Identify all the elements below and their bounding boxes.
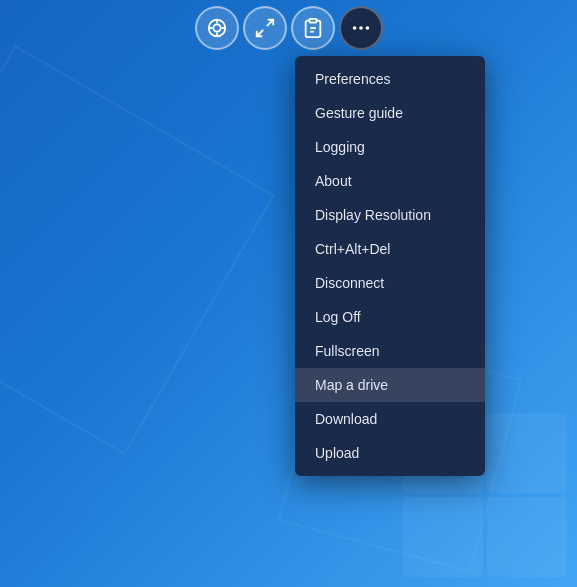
clipboard-button[interactable] (291, 6, 335, 50)
svg-rect-8 (309, 19, 316, 23)
menu-item-about[interactable]: About (295, 164, 485, 198)
menu-item-map-a-drive[interactable]: Map a drive (295, 368, 485, 402)
menu-item-fullscreen[interactable]: Fullscreen (295, 334, 485, 368)
dropdown-menu: PreferencesGesture guideLoggingAboutDisp… (295, 56, 485, 476)
menu-item-ctrl-alt-del[interactable]: Ctrl+Alt+Del (295, 232, 485, 266)
resize-icon (254, 17, 276, 39)
desktop-icon (403, 497, 483, 577)
more-icon (350, 17, 372, 39)
bg-decoration-1 (0, 45, 275, 455)
menu-item-preferences[interactable]: Preferences (295, 62, 485, 96)
toolbar (187, 0, 391, 56)
target-button[interactable] (195, 6, 239, 50)
desktop-icon-row (403, 497, 567, 577)
menu-item-display-resolution[interactable]: Display Resolution (295, 198, 485, 232)
svg-line-6 (266, 20, 272, 26)
clipboard-icon (302, 17, 324, 39)
svg-point-12 (359, 26, 363, 30)
svg-point-13 (365, 26, 369, 30)
svg-point-1 (213, 24, 220, 31)
resize-button[interactable] (243, 6, 287, 50)
menu-item-disconnect[interactable]: Disconnect (295, 266, 485, 300)
more-options-button[interactable] (339, 6, 383, 50)
menu-item-upload[interactable]: Upload (295, 436, 485, 470)
menu-item-download[interactable]: Download (295, 402, 485, 436)
menu-item-gesture-guide[interactable]: Gesture guide (295, 96, 485, 130)
menu-item-log-off[interactable]: Log Off (295, 300, 485, 334)
desktop-icon (487, 497, 567, 577)
svg-line-7 (256, 30, 262, 36)
svg-point-11 (352, 26, 356, 30)
menu-item-logging[interactable]: Logging (295, 130, 485, 164)
desktop-icon (487, 413, 567, 493)
target-icon (206, 17, 228, 39)
